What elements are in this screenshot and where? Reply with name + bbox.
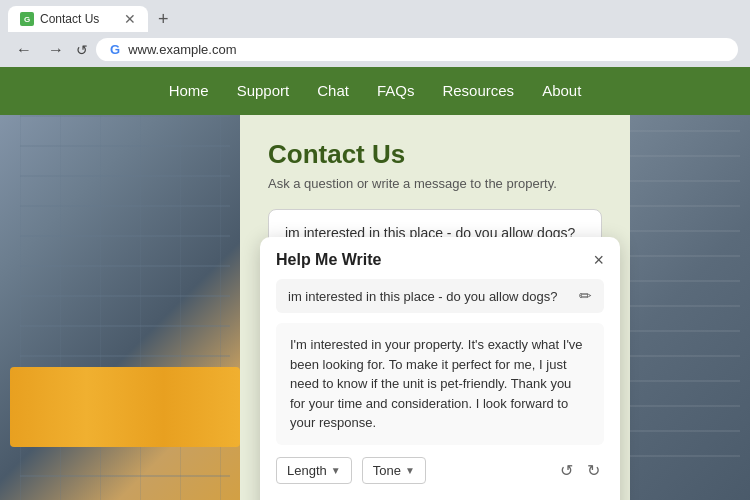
url-bar[interactable]: G www.example.com [96, 38, 738, 61]
query-text: im interested in this place - do you all… [288, 289, 571, 304]
nav-link-chat[interactable]: Chat [317, 82, 349, 99]
response-box: I'm interested in your property. It's ex… [276, 323, 604, 445]
nav-item-support[interactable]: Support [237, 82, 290, 100]
tab-close-button[interactable]: ✕ [124, 12, 136, 26]
forward-button[interactable]: → [44, 39, 68, 61]
length-dropdown[interactable]: Length ▼ [276, 457, 352, 484]
redo-button[interactable]: ↻ [583, 457, 604, 484]
page: Home Support Chat FAQs Resources About C… [0, 67, 750, 500]
length-chevron-icon: ▼ [331, 465, 341, 476]
help-me-write-panel: Help Me Write × im interested in this pl… [260, 237, 620, 500]
reload-button[interactable]: ↺ [76, 42, 88, 58]
nav-link-support[interactable]: Support [237, 82, 290, 99]
back-button[interactable]: ← [12, 39, 36, 61]
tab-bar: G Contact Us ✕ + [0, 0, 750, 32]
bg-right-image [620, 67, 750, 500]
edit-icon[interactable]: ✏ [579, 287, 592, 305]
tab-favicon: G [20, 12, 34, 26]
panel-body: im interested in this place - do you all… [260, 279, 620, 500]
bg-left-image [0, 67, 250, 500]
controls-row: Length ▼ Tone ▼ ↺ ↻ [276, 457, 604, 484]
url-text: www.example.com [128, 42, 236, 57]
tab-title: Contact Us [40, 12, 99, 26]
nav-links: Home Support Chat FAQs Resources About [169, 82, 582, 100]
panel-title: Help Me Write [276, 251, 382, 269]
panel-header: Help Me Write × [260, 237, 620, 279]
nav-link-about[interactable]: About [542, 82, 581, 99]
nav-link-resources[interactable]: Resources [442, 82, 514, 99]
nav-link-home[interactable]: Home [169, 82, 209, 99]
page-subtitle: Ask a question or write a message to the… [268, 176, 602, 191]
panel-close-button[interactable]: × [593, 251, 604, 269]
footer-row: This is an experimental AI writing aid a… [276, 496, 604, 501]
response-text: I'm interested in your property. It's ex… [290, 337, 583, 430]
nav-link-faqs[interactable]: FAQs [377, 82, 415, 99]
google-icon: G [110, 42, 120, 57]
tone-label: Tone [373, 463, 401, 478]
action-icons: ↺ ↻ [556, 457, 604, 484]
tone-dropdown[interactable]: Tone ▼ [362, 457, 426, 484]
nav-item-resources[interactable]: Resources [442, 82, 514, 100]
disclaimer-block: This is an experimental AI writing aid a… [276, 496, 533, 501]
tone-chevron-icon: ▼ [405, 465, 415, 476]
length-label: Length [287, 463, 327, 478]
page-title: Contact Us [268, 139, 602, 170]
query-row: im interested in this place - do you all… [276, 279, 604, 313]
nav-item-faqs[interactable]: FAQs [377, 82, 415, 100]
nav-item-about[interactable]: About [542, 82, 581, 100]
address-bar: ← → ↺ G www.example.com [0, 32, 750, 67]
browser-chrome: G Contact Us ✕ + ← → ↺ G www.example.com [0, 0, 750, 67]
active-tab[interactable]: G Contact Us ✕ [8, 6, 148, 32]
nav-item-home[interactable]: Home [169, 82, 209, 100]
nav-item-chat[interactable]: Chat [317, 82, 349, 100]
navbar: Home Support Chat FAQs Resources About [0, 67, 750, 115]
new-tab-button[interactable]: + [152, 9, 175, 30]
undo-button[interactable]: ↺ [556, 457, 577, 484]
